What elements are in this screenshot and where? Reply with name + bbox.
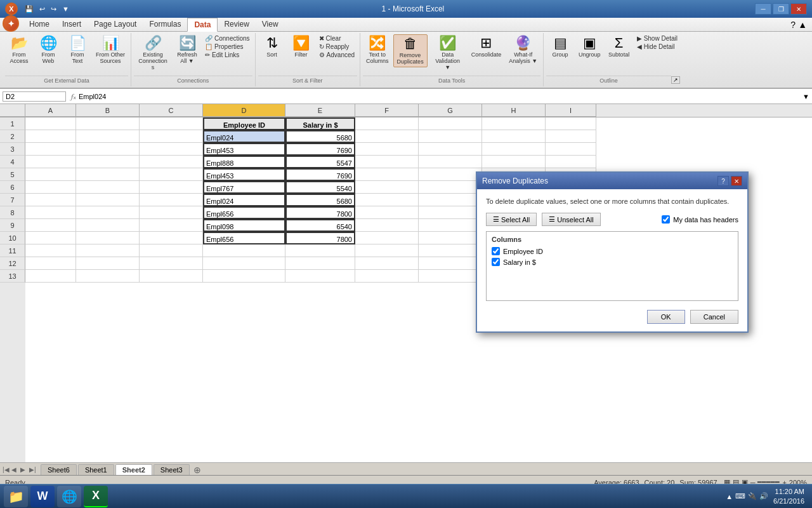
col-header-i[interactable]: I <box>546 104 596 117</box>
cell-i4[interactable] <box>546 156 596 168</box>
cell-c8[interactable] <box>140 206 203 219</box>
cell-d12[interactable] <box>203 257 285 270</box>
tab-view[interactable]: View <box>256 18 285 31</box>
cell-b8[interactable] <box>76 206 140 219</box>
cell-d6[interactable]: Empl767 <box>203 181 285 194</box>
col-header-f[interactable]: F <box>355 104 419 117</box>
modal-help-button[interactable]: ? <box>717 176 729 186</box>
cell-g4[interactable] <box>419 156 482 168</box>
cell-c12[interactable] <box>140 257 203 270</box>
cell-f13[interactable] <box>355 270 419 283</box>
cell-g9[interactable] <box>419 219 482 232</box>
consolidate-button[interactable]: ⊞ Consolidate <box>468 34 505 60</box>
row-num-9[interactable]: 9 <box>0 219 25 232</box>
cell-b5[interactable] <box>76 168 140 181</box>
outline-expand-icon[interactable]: ↗ <box>671 76 680 84</box>
cell-b13[interactable] <box>76 270 140 283</box>
tray-arrow-icon[interactable]: ▲ <box>726 493 733 500</box>
group-button[interactable]: ▤ Group <box>546 34 574 60</box>
cell-a2[interactable] <box>25 130 76 143</box>
salary-checkbox[interactable] <box>492 258 500 266</box>
row-num-4[interactable]: 4 <box>0 156 25 168</box>
undo-button[interactable]: ↩ <box>37 4 47 14</box>
advanced-button[interactable]: ⚙ Advanced <box>317 51 357 59</box>
cell-b4[interactable] <box>76 156 140 168</box>
cell-f7[interactable] <box>355 194 419 206</box>
ribbon-help-icon[interactable]: ? <box>790 20 796 30</box>
from-text-button[interactable]: 📄 FromText <box>63 34 91 66</box>
clear-button[interactable]: ✖ Clear <box>317 34 357 43</box>
sheet-nav-next[interactable]: ▶ <box>20 466 29 475</box>
ungroup-button[interactable]: ▣ Ungroup <box>575 34 604 60</box>
row-num-8[interactable]: 8 <box>0 206 25 219</box>
edit-links-button[interactable]: ✏ Edit Links <box>202 51 252 59</box>
cell-e7[interactable]: 5680 <box>285 194 355 206</box>
cell-b7[interactable] <box>76 194 140 206</box>
cell-c5[interactable] <box>140 168 203 181</box>
row-num-2[interactable]: 2 <box>0 130 25 143</box>
minimize-button[interactable]: ─ <box>755 3 771 15</box>
cell-e10[interactable]: 7800 <box>285 232 355 244</box>
from-web-button[interactable]: 🌐 FromWeb <box>34 34 62 66</box>
tab-home[interactable]: Home <box>23 18 56 31</box>
clock[interactable]: 11:20 AM 6/21/2016 <box>773 487 804 505</box>
my-data-headers-checkbox[interactable] <box>662 215 670 224</box>
filter-button[interactable]: 🔽 Filter <box>287 34 315 60</box>
cell-a7[interactable] <box>25 194 76 206</box>
cell-e9[interactable]: 6540 <box>285 219 355 232</box>
row-num-12[interactable]: 12 <box>0 257 25 270</box>
redo-button[interactable]: ↪ <box>49 4 58 14</box>
cell-a3[interactable] <box>25 143 76 156</box>
cell-g2[interactable] <box>419 130 482 143</box>
cell-b12[interactable] <box>76 257 140 270</box>
cell-reference-input[interactable] <box>3 91 66 102</box>
taskbar-excel[interactable]: X <box>84 486 108 507</box>
cell-f3[interactable] <box>355 143 419 156</box>
employee-id-checkbox[interactable] <box>492 247 500 255</box>
data-validation-button[interactable]: ✅ DataValidation ▼ <box>429 34 467 72</box>
cell-e1[interactable]: Salary in $ <box>285 117 355 130</box>
cell-g3[interactable] <box>419 143 482 156</box>
tab-page-layout[interactable]: Page Layout <box>88 18 143 31</box>
row-num-3[interactable]: 3 <box>0 143 25 156</box>
unselect-all-button[interactable]: ☰ Unselect All <box>542 213 600 226</box>
row-num-13[interactable]: 13 <box>0 270 25 283</box>
tab-insert[interactable]: Insert <box>56 18 88 31</box>
row-num-1[interactable]: 1 <box>0 117 25 130</box>
cell-c7[interactable] <box>140 194 203 206</box>
sort-button[interactable]: ⇅ Sort <box>258 34 286 60</box>
cell-e11[interactable] <box>285 244 355 257</box>
cell-g6[interactable] <box>419 181 482 194</box>
col-header-d[interactable]: D <box>203 104 285 117</box>
cell-f8[interactable] <box>355 206 419 219</box>
cell-f10[interactable] <box>355 232 419 244</box>
office-orb[interactable]: ✦ <box>3 15 19 32</box>
tab-review[interactable]: Review <box>218 18 255 31</box>
cell-g11[interactable] <box>419 244 482 257</box>
cell-c1[interactable] <box>140 117 203 130</box>
cell-c11[interactable] <box>140 244 203 257</box>
cell-d4[interactable]: Empl888 <box>203 156 285 168</box>
cell-d11[interactable] <box>203 244 285 257</box>
cell-c4[interactable] <box>140 156 203 168</box>
cell-e13[interactable] <box>285 270 355 283</box>
sheet-tab-sheet2[interactable]: Sheet2 <box>115 464 152 475</box>
cell-c6[interactable] <box>140 181 203 194</box>
cell-d9[interactable]: Empl098 <box>203 219 285 232</box>
save-button[interactable]: 💾 <box>23 4 36 14</box>
row-num-7[interactable]: 7 <box>0 194 25 206</box>
show-detail-button[interactable]: ▶ Show Detail <box>634 34 680 43</box>
cell-d13[interactable] <box>203 270 285 283</box>
col-header-g[interactable]: G <box>419 104 482 117</box>
ok-button[interactable]: OK <box>647 310 685 324</box>
cell-d3[interactable]: Empl453 <box>203 143 285 156</box>
refresh-all-button[interactable]: 🔄 RefreshAll ▼ <box>173 34 201 66</box>
cell-f1[interactable] <box>355 117 419 130</box>
col-header-b[interactable]: B <box>76 104 140 117</box>
cell-e2[interactable]: 5680 <box>285 130 355 143</box>
cell-f5[interactable] <box>355 168 419 181</box>
cell-e3[interactable]: 7690 <box>285 143 355 156</box>
cell-d10[interactable]: Empl656 <box>203 232 285 244</box>
row-num-5[interactable]: 5 <box>0 168 25 181</box>
tab-data[interactable]: Data <box>187 18 218 32</box>
